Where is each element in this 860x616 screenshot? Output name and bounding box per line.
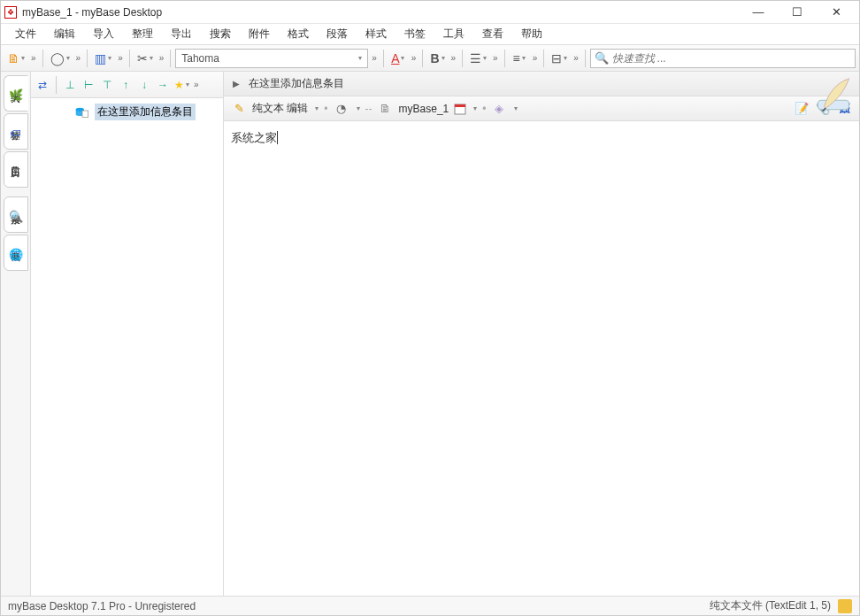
tab-overview[interactable]: 概要 🌐 [4,235,28,271]
tree-down-icon[interactable]: ↓ [136,77,152,93]
toolbar-overflow-10[interactable]: » [572,53,580,63]
new-button[interactable]: 🗎▾ [4,49,27,68]
tree-add-sibling-icon[interactable]: ⊥ [62,77,78,93]
body: 大纲 🌿 标签 🏷 日历 🗓 搜索 🔍 概要 🌐 [1,72,859,596]
app-icon: ❖ [4,6,17,19]
menu-view[interactable]: 查看 [473,24,512,44]
tree-panel: ⇄ ⊥ ⊢ ⊤ ↑ ↓ → ★▾ » 在这里添加信息条目 [31,72,224,596]
maximize-button[interactable]: ☐ [778,1,817,24]
note-new-icon[interactable]: 📝 [794,101,810,117]
toolbar-overflow-7[interactable]: » [449,53,458,63]
dropdown-icon[interactable]: ▾ [514,104,518,112]
dropdown-icon[interactable]: ▾ [315,104,319,112]
toolbar-overflow-3[interactable]: » [116,53,125,63]
tree-collapse-icon[interactable]: ⇄ [35,77,50,93]
tree-item[interactable]: 在这里添加信息条目 [31,102,223,122]
tree-toolbar: ⇄ ⊥ ⊢ ⊤ ↑ ↓ → ★▾ » [31,72,223,98]
minimize-button[interactable]: — [739,1,778,24]
status-bar: myBase Desktop 7.1 Pro - Unregistered 纯文… [1,596,859,615]
diamond-tag-icon[interactable]: ◈ [491,101,507,117]
font-color-button[interactable]: A▾ [388,49,408,68]
menu-format[interactable]: 格式 [279,24,318,44]
doc-name[interactable]: myBase_1 [399,103,449,115]
status-right: 纯文本文件 (TextEdit 1, 5) [710,598,831,613]
database-file-icon [75,107,89,118]
tab-tags[interactable]: 标签 🏷 [4,113,28,150]
tree-add-icon[interactable]: ⊤ [99,77,115,93]
menu-help[interactable]: 帮助 [512,24,551,44]
svg-rect-4 [455,104,465,107]
status-left: myBase Desktop 7.1 Pro - Unregistered [8,600,196,612]
item-header: ▶ 在这里添加信息条目 [224,72,859,96]
menu-tools[interactable]: 工具 [434,24,473,44]
list-button[interactable]: ☰▾ [467,49,489,68]
text-cursor [277,131,278,144]
window-title: myBase_1 - myBase Desktop [22,6,162,19]
menu-attach[interactable]: 附件 [240,24,279,44]
tree-add-child-icon[interactable]: ⊢ [81,77,96,93]
cut-button[interactable]: ✂▾ [134,49,156,68]
svg-rect-1 [82,111,88,117]
status-notify-icon[interactable] [838,599,852,613]
menu-import[interactable]: 导入 [84,24,123,44]
sidebar-tabs: 大纲 🌿 标签 🏷 日历 🗓 搜索 🔍 概要 🌐 [1,72,31,596]
main-toolbar: 🗎▾ » ◯▾ » ▥▾ » ✂▾ » Tahoma ▾ » A▾ » B▾ »… [1,45,859,72]
dropdown-icon: ▾ [358,54,362,62]
menu-para[interactable]: 段落 [318,24,357,44]
doc-icon: 🗎 [378,101,394,117]
toolbar-overflow-6[interactable]: » [410,53,418,63]
search-icon: 🔍 [595,51,609,65]
edit-mode-bar: ✎ 纯文本 编辑 ▾ • ◔ ▾ -- 🗎 myBase_1 ▾ • ◈ ▾ 📝 [224,96,859,121]
item-title: 在这里添加信息条目 [249,76,344,91]
toolbar-overflow-8[interactable]: » [491,53,500,63]
menu-org[interactable]: 整理 [123,24,162,44]
menu-style[interactable]: 样式 [357,24,395,44]
edit-mode-label[interactable]: 纯文本 编辑 [252,101,308,116]
tree-right-icon[interactable]: → [155,77,171,93]
toolbar-overflow-2[interactable]: » [74,53,83,63]
menu-export[interactable]: 导出 [162,24,201,44]
editor-panel: ▶ 在这里添加信息条目 ✎ 纯文本 编辑 ▾ • ◔ ▾ -- 🗎 myBase… [224,72,859,596]
toolbar-overflow-5[interactable]: » [370,53,379,63]
menu-file[interactable]: 文件 [6,24,45,44]
calendar-small-icon[interactable] [454,103,466,115]
bold-button[interactable]: B▾ [427,49,447,68]
titlebar: ❖ myBase_1 - myBase Desktop — ☐ ✕ [1,1,859,24]
clock-icon[interactable]: ◔ [334,101,349,117]
tree-star-icon[interactable]: ★▾ [173,77,189,93]
tab-outline[interactable]: 大纲 🌿 [4,75,28,112]
menu-bookmark[interactable]: 书签 [395,24,434,44]
tab-search[interactable]: 搜索 🔍 [4,196,28,233]
dropdown-icon[interactable]: ▾ [357,104,360,112]
tree-list[interactable]: 在这里添加信息条目 [31,98,223,596]
tree-toolbar-overflow[interactable]: » [192,80,201,89]
search-input[interactable] [612,52,851,65]
editor-textarea[interactable]: 系统之家 [224,121,859,596]
layout-button[interactable]: ▥▾ [92,49,114,68]
back-button[interactable]: ◯▾ [48,49,73,68]
tag-icon: 🏷 [10,127,21,140]
font-name: Tahoma [181,52,219,65]
menu-search[interactable]: 搜索 [201,24,240,44]
close-button[interactable]: ✕ [817,1,856,24]
chevron-right-icon[interactable]: ▶ [233,79,240,89]
tree-up-icon[interactable]: ↑ [118,77,134,93]
toolbar-overflow-9[interactable]: » [531,53,540,63]
globe-icon: 🌐 [9,248,23,261]
toolbar-overflow-4[interactable]: » [157,53,166,63]
menu-edit[interactable]: 编辑 [45,24,84,44]
font-select[interactable]: Tahoma ▾ [175,49,368,68]
toolbar-overflow-1[interactable]: » [29,53,38,63]
editor-content: 系统之家 [231,131,277,144]
tree-item-label: 在这里添加信息条目 [95,104,196,120]
align-button[interactable]: ≡▾ [510,49,529,68]
calendar-icon: 🗓 [10,165,21,178]
quick-search[interactable]: 🔍 [590,49,856,68]
pencil-icon: ✎ [231,101,247,117]
magnifier-icon: 🔍 [9,210,23,223]
tree-icon: 🌿 [9,89,23,102]
tab-calendar[interactable]: 日历 🗓 [4,151,28,188]
dropdown-icon[interactable]: ▾ [473,104,477,112]
menubar: 文件 编辑 导入 整理 导出 搜索 附件 格式 段落 样式 书签 工具 查看 帮… [1,24,859,45]
indent-button[interactable]: ⊟▾ [549,49,570,68]
